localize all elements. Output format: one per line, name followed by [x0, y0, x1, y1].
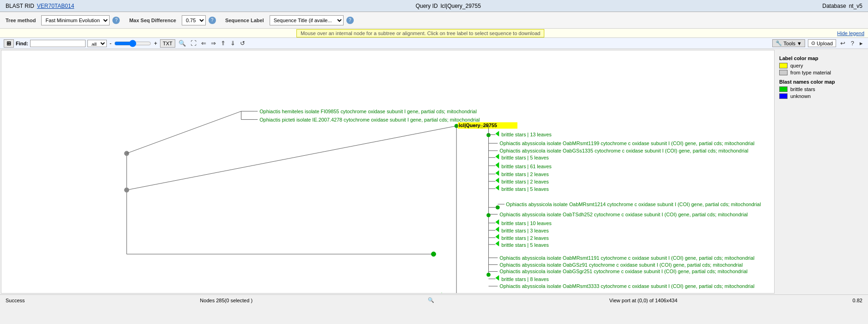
tree-method-info-icon[interactable]: ? [112, 17, 120, 24]
collapsed-1[interactable] [495, 131, 499, 136]
blast-rid-section: BLAST RID VER70TAB014 [6, 3, 74, 9]
max-seq-diff-select[interactable]: 0.75 0.50 0.25 1.00 [182, 15, 206, 25]
controls-bar: Tree method Fast Minimum Evolution Neigh… [0, 12, 868, 29]
zoom-value: 0.82 [853, 298, 862, 303]
leaf-label-21[interactable]: Ophiactis abyssicola isolate OabMRsmt333… [499, 283, 754, 289]
nodes-text: Nodes 285(0 selected ) [200, 298, 252, 303]
status-text: Success [6, 298, 25, 303]
collapsed-4[interactable] [495, 171, 499, 176]
max-seq-diff-group: Max Seq Difference 0.75 0.50 0.25 1.00 ? [129, 15, 215, 25]
svg-line-1 [127, 111, 241, 153]
tree-method-label: Tree method [6, 18, 36, 23]
unknown-color-box [779, 93, 788, 99]
collapsed-12[interactable] [438, 293, 442, 293]
refresh-icon[interactable]: ↺ [239, 40, 246, 47]
viewport-text: View port at (0,0) of 1406x434 [609, 298, 677, 303]
collapsed-6[interactable] [495, 185, 499, 190]
tree-canvas[interactable]: Ophiactis hemiteles isolate FI09855 cyto… [1, 50, 775, 293]
viewport-search-icon: 🔍 [428, 297, 434, 303]
hint-message: Mouse over an internal node for a subtre… [296, 29, 545, 37]
expand-collapse-button[interactable]: ⊞ [4, 39, 14, 48]
query-label[interactable]: lcl|Query_29755 [459, 122, 497, 128]
seq-label-select[interactable]: Sequence Title (if availe... Accession G… [270, 15, 344, 25]
collapsed-2[interactable] [495, 154, 499, 159]
leaf-label-14[interactable]: brittle stars | 3 leaves [501, 228, 549, 233]
find-label: Find: [16, 41, 28, 46]
legend-item-unknown: unknown [779, 93, 864, 99]
collapsed-8[interactable] [495, 226, 499, 232]
tree-method-select[interactable]: Fast Minimum Evolution Neighbor Joining [41, 15, 110, 25]
leaf-label-16[interactable]: brittle stars | 5 leaves [501, 242, 549, 248]
leaf-label-13[interactable]: brittle stars | 10 leaves [501, 220, 552, 226]
seq-label-group: Sequence Label Sequence Title (if availe… [225, 15, 354, 25]
seq-label-label: Sequence Label [225, 18, 264, 23]
txt-button[interactable]: TXT [160, 39, 175, 48]
leaf-label-18[interactable]: Ophiactis abyssicola isolate OabGSz91 cy… [499, 262, 743, 268]
inner-node-2[interactable] [486, 214, 490, 217]
fit-icon[interactable]: ⛶ [189, 40, 198, 47]
legend-item-type-material: from type material [779, 70, 864, 75]
leaf-label-9[interactable]: brittle stars | 2 leaves [501, 179, 549, 184]
leaf-label-17[interactable]: Ophiactis abyssicola isolate OabMRsmt119… [499, 255, 754, 261]
leaf-label-8[interactable]: brittle stars | 2 leaves [501, 171, 549, 177]
mid-node[interactable] [124, 188, 129, 192]
status-bar: Success Nodes 285(0 selected ) 🔍 View po… [0, 294, 868, 306]
find-scope-select[interactable]: all [87, 40, 107, 47]
hide-legend-button[interactable]: Hide legend [837, 31, 864, 36]
legend-panel: Label color map query from type material… [776, 49, 868, 294]
database-label: Database [822, 3, 846, 9]
database-section: Database nt_v5 [822, 3, 862, 9]
wrench-icon: 🔧 [776, 40, 782, 46]
leaf-label-1[interactable]: Ophiactis picteti isolate IE.2007.4278 c… [259, 117, 480, 122]
leaf-label-20[interactable]: brittle stars | 8 leaves [501, 276, 549, 282]
collapsed-9[interactable] [495, 234, 499, 239]
search-icon[interactable]: 🔍 [177, 40, 187, 47]
collapsed-3[interactable] [495, 162, 499, 169]
leaf-label-19[interactable]: Ophiactis abyssicola isolate OabGSgr251 … [499, 269, 747, 274]
database-value: nt_v5 [849, 3, 862, 9]
leaf-label-6[interactable]: brittle stars | 5 leaves [501, 155, 549, 160]
blast-rid-link[interactable]: VER70TAB014 [37, 3, 74, 9]
blast-names-color-map-title: Blast names color map [779, 79, 864, 85]
tree-svg: Ophiactis hemiteles isolate FI09855 cyto… [1, 50, 774, 293]
leaf-label-15[interactable]: brittle stars | 2 leaves [501, 235, 549, 241]
tools-button[interactable]: 🔧 Tools ▼ [772, 39, 805, 47]
tools-dropdown-icon: ▼ [797, 41, 802, 46]
seq-label-info-icon[interactable]: ? [346, 17, 354, 24]
query-legend-label: query [790, 63, 803, 68]
type-material-legend-label: from type material [790, 70, 831, 75]
blast-rid-label: BLAST RID [6, 3, 34, 9]
leaf-label-12[interactable]: Ophiactis abyssicola isolate OabTSdh252 … [499, 212, 748, 217]
collapsed-5[interactable] [495, 177, 499, 183]
help-icon[interactable]: ? [850, 40, 856, 47]
leaf-label-10[interactable]: brittle stars | 5 leaves [501, 186, 549, 192]
leaf-label-5[interactable]: Ophiactis abyssicola isolate OabGSs1335 … [499, 148, 748, 153]
upload-icon: ⊙ [811, 40, 815, 46]
down-arrow-icon[interactable]: ⇓ [229, 40, 237, 47]
type-material-color-box [779, 70, 788, 75]
bottom-node[interactable] [431, 252, 436, 257]
inner-node-3[interactable] [486, 273, 490, 276]
zoom-slider[interactable] [114, 40, 151, 47]
leaf-label-3[interactable]: brittle stars | 13 leaves [501, 132, 552, 137]
share-icon[interactable]: ↩ [839, 40, 847, 47]
more-icon[interactable]: ▸ [858, 40, 864, 47]
unknown-legend-label: unknown [790, 93, 811, 99]
collapsed-7[interactable] [495, 220, 499, 225]
collapsed-11[interactable] [495, 275, 499, 281]
leaf-label-11[interactable]: Ophiactis abyssicola isolate OabMRsmt121… [506, 202, 761, 207]
leaf-label-7[interactable]: brittle stars | 61 leaves [501, 164, 552, 169]
tree-method-group: Tree method Fast Minimum Evolution Neigh… [6, 15, 120, 25]
up-arrow-icon[interactable]: ⇑ [219, 40, 227, 47]
leaf-label-4[interactable]: Ophiactis abyssicola isolate OabMRsmt119… [499, 141, 754, 146]
right-arrow-icon[interactable]: ⇒ [209, 40, 217, 47]
upload-button[interactable]: ⊙ Upload [808, 39, 836, 47]
left-arrow-icon[interactable]: ⇐ [200, 40, 208, 47]
leaf-label-0[interactable]: Ophiactis hemiteles isolate FI09855 cyto… [259, 109, 477, 114]
query-id-section: Query ID lcl|Query_29755 [416, 3, 481, 9]
find-input[interactable] [30, 40, 86, 47]
collapsed-10[interactable] [495, 241, 499, 246]
header-bar: BLAST RID VER70TAB014 Query ID lcl|Query… [0, 0, 868, 12]
legend-item-brittle-stars: brittle stars [779, 86, 864, 92]
max-seq-diff-info-icon[interactable]: ? [209, 17, 216, 24]
